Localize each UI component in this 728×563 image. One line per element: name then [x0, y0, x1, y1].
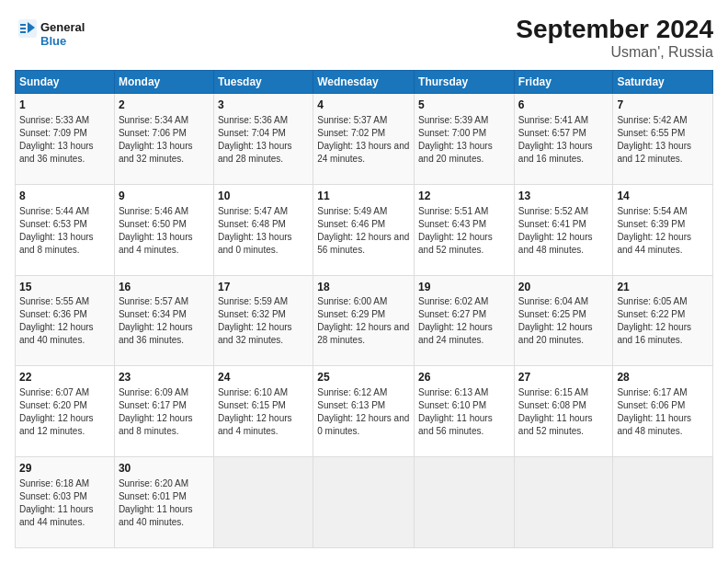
- day-number: 17: [218, 280, 309, 295]
- daylight-text: Daylight: 13 hours and 12 minutes.: [617, 141, 691, 164]
- sunset-text: Sunset: 6:25 PM: [518, 309, 586, 319]
- daylight-text: Daylight: 13 hours and 32 minutes.: [119, 141, 193, 164]
- table-row: 6 Sunrise: 5:41 AM Sunset: 6:57 PM Dayli…: [514, 94, 613, 185]
- sunrise-text: Sunrise: 5:52 AM: [518, 206, 588, 216]
- sunrise-text: Sunrise: 5:39 AM: [418, 115, 488, 125]
- table-row: 25 Sunrise: 6:12 AM Sunset: 6:13 PM Dayl…: [313, 366, 415, 457]
- table-row: [313, 457, 415, 548]
- sunset-text: Sunset: 6:08 PM: [518, 400, 586, 410]
- daylight-text: Daylight: 12 hours and 24 minutes.: [418, 322, 493, 345]
- daylight-text: Daylight: 12 hours and 32 minutes.: [218, 322, 292, 345]
- header-thursday: Thursday: [415, 71, 515, 94]
- sunrise-text: Sunrise: 5:44 AM: [19, 206, 89, 216]
- sunrise-text: Sunrise: 5:57 AM: [119, 296, 188, 306]
- sunrise-text: Sunrise: 5:41 AM: [518, 115, 588, 125]
- daylight-text: Daylight: 12 hours and 0 minutes.: [317, 413, 409, 436]
- table-row: 28 Sunrise: 6:17 AM Sunset: 6:06 PM Dayl…: [613, 366, 713, 457]
- table-row: 9 Sunrise: 5:46 AM Sunset: 6:50 PM Dayli…: [114, 184, 213, 275]
- sunset-text: Sunset: 7:04 PM: [218, 128, 286, 138]
- sunrise-text: Sunrise: 6:10 AM: [218, 387, 288, 397]
- sunset-text: Sunset: 6:13 PM: [317, 400, 385, 410]
- table-row: 19 Sunrise: 6:02 AM Sunset: 6:27 PM Dayl…: [415, 275, 515, 366]
- table-row: 14 Sunrise: 5:54 AM Sunset: 6:39 PM Dayl…: [613, 184, 713, 275]
- daylight-text: Daylight: 11 hours and 44 minutes.: [19, 504, 94, 527]
- sunset-text: Sunset: 6:55 PM: [617, 128, 685, 138]
- daylight-text: Daylight: 12 hours and 44 minutes.: [617, 232, 691, 255]
- day-number: 16: [119, 280, 210, 295]
- daylight-text: Daylight: 11 hours and 56 minutes.: [418, 413, 493, 436]
- sunset-text: Sunset: 7:00 PM: [418, 128, 486, 138]
- sunset-text: Sunset: 6:43 PM: [418, 219, 486, 229]
- table-row: 30 Sunrise: 6:20 AM Sunset: 6:01 PM Dayl…: [114, 457, 213, 548]
- sunset-text: Sunset: 6:46 PM: [317, 219, 385, 229]
- header-tuesday: Tuesday: [213, 71, 313, 94]
- daylight-text: Daylight: 12 hours and 52 minutes.: [418, 232, 493, 255]
- sunset-text: Sunset: 6:48 PM: [218, 219, 286, 229]
- sunrise-text: Sunrise: 5:33 AM: [19, 115, 89, 125]
- svg-text:General: General: [40, 20, 85, 34]
- sunrise-text: Sunrise: 6:17 AM: [617, 387, 687, 397]
- table-row: 18 Sunrise: 6:00 AM Sunset: 6:29 PM Dayl…: [313, 275, 415, 366]
- table-row: [213, 457, 313, 548]
- day-number: 29: [19, 461, 110, 477]
- sunrise-text: Sunrise: 5:51 AM: [418, 206, 488, 216]
- table-row: [613, 457, 713, 548]
- day-number: 3: [218, 98, 309, 113]
- sunset-text: Sunset: 6:03 PM: [19, 491, 87, 501]
- day-number: 15: [19, 280, 110, 295]
- day-number: 7: [617, 98, 709, 113]
- sunset-text: Sunset: 6:53 PM: [19, 219, 87, 229]
- sunset-text: Sunset: 6:41 PM: [518, 219, 586, 229]
- sunrise-text: Sunrise: 5:46 AM: [119, 206, 188, 216]
- sunset-text: Sunset: 6:15 PM: [218, 400, 286, 410]
- table-row: 10 Sunrise: 5:47 AM Sunset: 6:48 PM Dayl…: [213, 184, 313, 275]
- daylight-text: Daylight: 11 hours and 52 minutes.: [518, 413, 593, 436]
- sunrise-text: Sunrise: 5:36 AM: [218, 115, 288, 125]
- daylight-text: Daylight: 13 hours and 20 minutes.: [418, 141, 493, 164]
- svg-text:Blue: Blue: [40, 34, 66, 48]
- daylight-text: Daylight: 13 hours and 8 minutes.: [19, 232, 94, 255]
- table-row: 20 Sunrise: 6:04 AM Sunset: 6:25 PM Dayl…: [514, 275, 613, 366]
- header-wednesday: Wednesday: [313, 71, 415, 94]
- daylight-text: Daylight: 12 hours and 16 minutes.: [617, 322, 691, 345]
- daylight-text: Daylight: 13 hours and 0 minutes.: [218, 232, 292, 255]
- title-block: September 2024 Usman', Russia: [516, 15, 713, 61]
- header-saturday: Saturday: [613, 71, 713, 94]
- day-number: 23: [119, 370, 210, 385]
- sunrise-text: Sunrise: 5:49 AM: [317, 206, 387, 216]
- sunrise-text: Sunrise: 6:12 AM: [317, 387, 387, 397]
- day-number: 2: [119, 98, 210, 113]
- daylight-text: Daylight: 12 hours and 48 minutes.: [518, 232, 593, 255]
- daylight-text: Daylight: 12 hours and 20 minutes.: [518, 322, 593, 345]
- sunrise-text: Sunrise: 5:42 AM: [617, 115, 687, 125]
- daylight-text: Daylight: 12 hours and 8 minutes.: [119, 413, 193, 436]
- sunrise-text: Sunrise: 5:37 AM: [317, 115, 387, 125]
- month-title: September 2024: [516, 15, 713, 44]
- day-number: 28: [617, 370, 709, 385]
- sunset-text: Sunset: 6:50 PM: [119, 219, 187, 229]
- table-row: 3 Sunrise: 5:36 AM Sunset: 7:04 PM Dayli…: [213, 94, 313, 185]
- daylight-text: Daylight: 12 hours and 12 minutes.: [19, 413, 94, 436]
- table-row: 7 Sunrise: 5:42 AM Sunset: 6:55 PM Dayli…: [613, 94, 713, 185]
- sunrise-text: Sunrise: 6:04 AM: [518, 296, 588, 306]
- calendar-body: 1 Sunrise: 5:33 AM Sunset: 7:09 PM Dayli…: [16, 94, 713, 548]
- sunrise-text: Sunrise: 5:55 AM: [19, 296, 89, 306]
- day-number: 30: [119, 461, 210, 477]
- sunrise-text: Sunrise: 6:00 AM: [317, 296, 387, 306]
- sunset-text: Sunset: 7:09 PM: [19, 128, 87, 138]
- table-row: 4 Sunrise: 5:37 AM Sunset: 7:02 PM Dayli…: [313, 94, 415, 185]
- sunrise-text: Sunrise: 6:09 AM: [119, 387, 188, 397]
- table-row: 16 Sunrise: 5:57 AM Sunset: 6:34 PM Dayl…: [114, 275, 213, 366]
- sunset-text: Sunset: 6:34 PM: [119, 309, 187, 319]
- day-number: 9: [119, 189, 210, 204]
- day-number: 1: [19, 98, 110, 113]
- table-row: 21 Sunrise: 6:05 AM Sunset: 6:22 PM Dayl…: [613, 275, 713, 366]
- sunset-text: Sunset: 7:06 PM: [119, 128, 187, 138]
- day-number: 12: [418, 189, 510, 204]
- table-row: 12 Sunrise: 5:51 AM Sunset: 6:43 PM Dayl…: [415, 184, 515, 275]
- sunrise-text: Sunrise: 6:15 AM: [518, 387, 588, 397]
- table-row: [514, 457, 613, 548]
- table-row: 17 Sunrise: 5:59 AM Sunset: 6:32 PM Dayl…: [213, 275, 313, 366]
- table-row: 13 Sunrise: 5:52 AM Sunset: 6:41 PM Dayl…: [514, 184, 613, 275]
- sunset-text: Sunset: 6:20 PM: [19, 400, 87, 410]
